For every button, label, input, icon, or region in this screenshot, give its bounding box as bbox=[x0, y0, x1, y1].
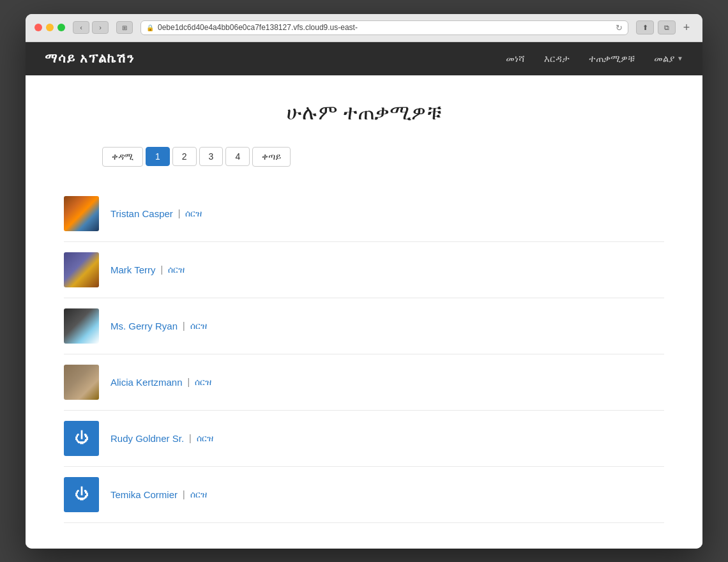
user-delete-link[interactable]: ሰርዝ bbox=[190, 489, 207, 500]
user-name[interactable]: Tristan Casper bbox=[110, 208, 173, 219]
nav-more-dropdown[interactable]: መልያ ▼ bbox=[654, 53, 683, 65]
back-button[interactable]: ‹ bbox=[73, 21, 89, 34]
user-delete-link[interactable]: ሰርዝ bbox=[185, 208, 202, 219]
power-icon: ⏻ bbox=[75, 486, 89, 503]
user-name[interactable]: Ms. Gerry Ryan bbox=[110, 321, 178, 331]
avatar bbox=[64, 196, 99, 231]
separator: | bbox=[161, 264, 163, 275]
minimize-button[interactable] bbox=[46, 24, 54, 31]
user-info: Mark Terry | ሰርዝ bbox=[110, 264, 185, 275]
browser-window: ‹ › ⊞ 🔒 0ebe1dc6d40e4a4bb06e0ca7fe138127… bbox=[26, 14, 702, 549]
user-delete-link[interactable]: ሰርዝ bbox=[195, 377, 211, 388]
separator: | bbox=[183, 321, 185, 331]
share-button[interactable]: ⬆ bbox=[636, 20, 654, 34]
traffic-lights bbox=[34, 24, 65, 31]
pagination-page-4[interactable]: 4 bbox=[225, 147, 250, 166]
user-delete-link[interactable]: ሰርዝ bbox=[190, 321, 207, 331]
browser-actions: ⬆ ⧉ + bbox=[636, 20, 694, 34]
browser-chrome: ‹ › ⊞ 🔒 0ebe1dc6d40e4a4bb06e0ca7fe138127… bbox=[26, 14, 702, 42]
pagination: ቀዳሚ 1 2 3 4 ቀጣይ bbox=[102, 147, 664, 167]
share-icon: ⬆ bbox=[642, 24, 648, 32]
new-tab-icon: + bbox=[683, 21, 690, 34]
user-info: Ms. Gerry Ryan | ሰርዝ bbox=[110, 321, 207, 331]
new-tab-button[interactable]: + bbox=[679, 20, 694, 34]
page-content: ሁሉም ተጠቃሚዎቹ ቀዳሚ 1 2 3 4 ቀጣይ Tristan Caspe… bbox=[26, 75, 702, 549]
table-row: Alicia Kertzmann | ሰርዝ bbox=[64, 354, 664, 411]
app-navbar: ማሳይ አፕልኬሽን መነሻ እርዳታ ተጠቃሚዎቹ መልያ ▼ bbox=[26, 42, 702, 75]
user-delete-link[interactable]: ሰርዝ bbox=[197, 433, 213, 444]
nav-participants[interactable]: ተጠቃሚዎቹ bbox=[589, 53, 635, 65]
table-row: Mark Terry | ሰርዝ bbox=[64, 242, 664, 298]
user-name[interactable]: Alicia Kertzmann bbox=[110, 377, 183, 388]
lock-icon: 🔒 bbox=[146, 24, 154, 31]
separator: | bbox=[189, 433, 192, 443]
user-info: Rudy Goldner Sr. | ሰርዝ bbox=[110, 433, 213, 444]
pagination-prev[interactable]: ቀዳሚ bbox=[102, 147, 143, 167]
separator: | bbox=[188, 377, 190, 387]
forward-icon: › bbox=[99, 24, 102, 31]
user-name[interactable]: Mark Terry bbox=[110, 264, 156, 275]
avatar: ⏻ bbox=[64, 477, 99, 512]
page-title: ሁሉም ተጠቃሚዎቹ bbox=[64, 101, 664, 125]
user-delete-link[interactable]: ሰርዝ bbox=[168, 264, 185, 275]
user-name[interactable]: Rudy Goldner Sr. bbox=[110, 433, 184, 444]
nav-home[interactable]: መነሻ bbox=[506, 53, 525, 65]
separator: | bbox=[178, 208, 181, 218]
nav-post[interactable]: እርዳታ bbox=[544, 53, 570, 65]
maximize-button[interactable] bbox=[57, 24, 65, 31]
avatar bbox=[64, 252, 99, 287]
close-button[interactable] bbox=[34, 24, 42, 31]
reload-button[interactable]: ↻ bbox=[616, 23, 623, 33]
avatar: ⏻ bbox=[64, 421, 99, 456]
forward-button[interactable]: › bbox=[92, 21, 109, 34]
tab-grid-button[interactable]: ⊞ bbox=[116, 21, 133, 34]
resize-icon: ⧉ bbox=[664, 24, 669, 32]
table-row: ⏻ Temika Cormier | ሰርዝ bbox=[64, 467, 664, 523]
user-info: Temika Cormier | ሰርዝ bbox=[110, 489, 207, 500]
titlebar: ‹ › ⊞ 🔒 0ebe1dc6d40e4a4bb06e0ca7fe138127… bbox=[26, 14, 702, 42]
app-nav-links: መነሻ እርዳታ ተጠቃሚዎቹ መልያ ▼ bbox=[506, 53, 683, 65]
back-icon: ‹ bbox=[80, 24, 82, 31]
user-info: Alicia Kertzmann | ሰርዝ bbox=[110, 377, 211, 388]
nav-more-label: መልያ bbox=[654, 53, 674, 65]
user-info: Tristan Casper | ሰርዝ bbox=[110, 208, 202, 219]
chevron-down-icon: ▼ bbox=[677, 55, 683, 62]
avatar bbox=[64, 308, 99, 344]
avatar bbox=[64, 365, 99, 400]
pagination-page-2[interactable]: 2 bbox=[172, 147, 197, 166]
separator: | bbox=[183, 489, 185, 499]
pagination-next[interactable]: ቀጣይ bbox=[252, 147, 291, 167]
power-icon: ⏻ bbox=[75, 430, 89, 446]
tab-grid-icon: ⊞ bbox=[122, 24, 127, 31]
user-name[interactable]: Temika Cormier bbox=[110, 489, 178, 500]
url-text: 0ebe1dc6d40e4a4bb06e0ca7fe138127.vfs.clo… bbox=[158, 23, 612, 32]
resize-button[interactable]: ⧉ bbox=[658, 20, 676, 34]
app-brand: ማሳይ አፕልኬሽን bbox=[45, 51, 134, 66]
pagination-page-1[interactable]: 1 bbox=[146, 147, 170, 166]
address-bar[interactable]: 🔒 0ebe1dc6d40e4a4bb06e0ca7fe138127.vfs.c… bbox=[140, 20, 628, 35]
table-row: Ms. Gerry Ryan | ሰርዝ bbox=[64, 298, 664, 354]
users-list: Tristan Casper | ሰርዝ Mark Terry | ሰርዝ bbox=[64, 186, 664, 523]
table-row: ⏻ Rudy Goldner Sr. | ሰርዝ bbox=[64, 411, 664, 467]
nav-buttons: ‹ › bbox=[73, 21, 109, 34]
pagination-page-3[interactable]: 3 bbox=[199, 147, 224, 166]
table-row: Tristan Casper | ሰርዝ bbox=[64, 186, 664, 242]
